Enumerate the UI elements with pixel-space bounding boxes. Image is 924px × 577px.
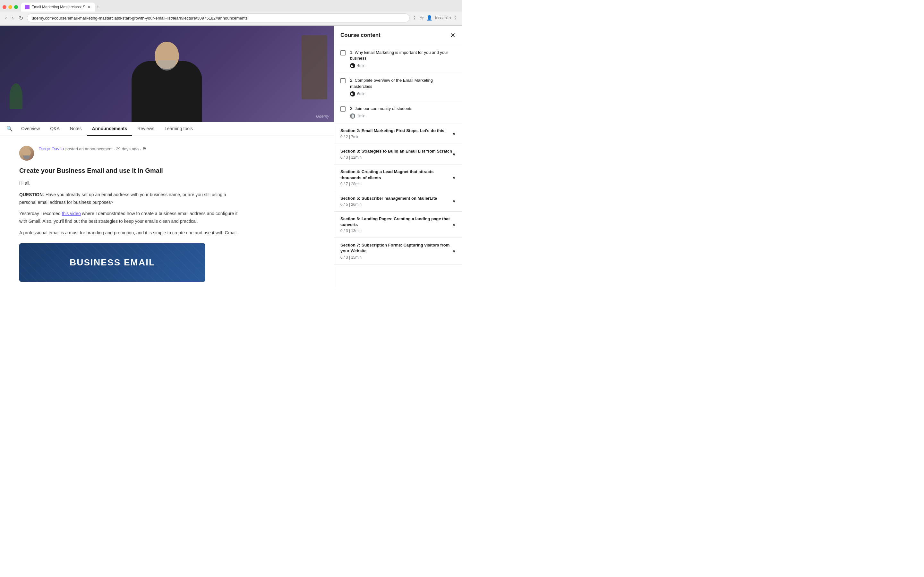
close-window-dot[interactable] — [3, 5, 6, 9]
search-tab-button[interactable]: 🔍 — [3, 122, 16, 135]
section-duration: 7min — [351, 135, 359, 139]
tab-close-button[interactable]: ✕ — [87, 5, 91, 10]
page-content: Diego Davila posted an announcement · 29… — [0, 136, 334, 288]
tabs-navigation: 🔍 Overview Q&A Notes Announcements Revie… — [0, 122, 334, 136]
back-button[interactable]: ‹ — [4, 15, 8, 21]
section-info: Section 6: Landing Pages: Creating a lan… — [341, 216, 452, 233]
video-player[interactable]: Udemy — [0, 26, 334, 122]
chevron-down-icon: ∨ — [452, 175, 456, 180]
question-text: Have you already set up an email address… — [19, 192, 226, 205]
video-background: Udemy — [0, 26, 334, 122]
section-3-header[interactable]: Section 3: Strategies to Build an Email … — [334, 144, 462, 164]
lecture-info: 3. Join our community of students 📄 1min — [350, 106, 456, 119]
section-info: Section 5: Subscriber management on Mail… — [341, 195, 452, 207]
lecture-info: 1. Why Email Marketing is important for … — [350, 50, 456, 68]
body-intro: Hi all, — [19, 179, 244, 187]
tab-reviews[interactable]: Reviews — [132, 122, 160, 136]
lecture-meta: ▶ 4min — [350, 63, 456, 68]
forward-button[interactable]: › — [11, 15, 15, 21]
tab-notes[interactable]: Notes — [65, 122, 87, 136]
avatar-image — [19, 146, 34, 161]
main-layout: Udemy 🔍 Overview Q&A Notes Announcements… — [0, 26, 462, 288]
flag-button[interactable]: ⚑ — [142, 146, 147, 151]
section-title: Section 7: Subscription Forms: Capturing… — [341, 242, 452, 254]
section-6-header[interactable]: Section 6: Landing Pages: Creating a lan… — [334, 211, 462, 238]
section-info: Section 3: Strategies to Build an Email … — [341, 148, 452, 160]
section-duration: 12min — [351, 155, 362, 160]
section-progress: 0 / 3 — [341, 255, 348, 259]
section-2-header[interactable]: Section 2: Email Marketing: First Steps.… — [334, 123, 462, 144]
body-recorded-text: Yesterday I recorded — [19, 211, 62, 216]
document-icon: 📄 — [350, 113, 355, 119]
new-tab-button[interactable]: + — [96, 4, 100, 11]
section-4-header[interactable]: Section 4: Creating a Lead Magnet that a… — [334, 164, 462, 191]
chevron-down-icon: ∨ — [452, 198, 456, 203]
section-duration: 26min — [351, 202, 362, 207]
lecture-title: 2. Complete overview of the Email Market… — [350, 77, 456, 89]
browser-actions: ⋮ ☆ 👤 Incognito ⋮ — [412, 15, 458, 21]
reload-button[interactable]: ↻ — [18, 15, 24, 22]
lecture-title: 3. Join our community of students — [350, 106, 456, 111]
section-title: Section 6: Landing Pages: Creating a lan… — [341, 216, 452, 227]
section-meta: 0 / 3 | 12min — [341, 155, 452, 160]
url-input[interactable] — [27, 13, 410, 23]
section-info: Section 2: Email Marketing: First Steps.… — [341, 128, 452, 139]
announcement-post: Diego Davila posted an announcement · 29… — [19, 146, 244, 282]
section-duration: 13min — [351, 229, 362, 233]
minimize-window-dot[interactable] — [8, 5, 12, 9]
chevron-down-icon: ∨ — [452, 152, 456, 157]
section-5-header[interactable]: Section 5: Subscriber management on Mail… — [334, 191, 462, 211]
question-label: QUESTION: — [19, 192, 44, 197]
bookshelf-decor — [302, 35, 327, 99]
chevron-down-icon: ∨ — [452, 131, 456, 136]
play-icon: ▶ — [350, 91, 355, 97]
body-question-paragraph: QUESTION: Have you already set up an ema… — [19, 191, 244, 206]
lecture-duration: 1min — [357, 114, 365, 118]
search-icon: 🔍 — [6, 126, 13, 131]
section-progress: 0 / 3 — [341, 155, 348, 160]
lecture-checkbox[interactable] — [341, 78, 346, 83]
lecture-duration: 4min — [357, 63, 365, 68]
section-progress: 0 / 3 — [341, 229, 348, 233]
tab-learning-tools[interactable]: Learning tools — [160, 122, 198, 136]
author-link[interactable]: Diego Davila — [39, 146, 64, 151]
tab-overview[interactable]: Overview — [16, 122, 45, 136]
close-sidebar-button[interactable]: ✕ — [450, 31, 456, 39]
tab-title: Email Marketing Masterclass: S — [31, 5, 86, 9]
plant-decor — [10, 83, 23, 109]
post-meta: Diego Davila posted an announcement · 29… — [39, 146, 244, 152]
maximize-window-dot[interactable] — [14, 5, 18, 9]
section-progress: 0 / 2 — [341, 135, 348, 139]
section-title: Section 2: Email Marketing: First Steps.… — [341, 128, 452, 134]
lecture-item[interactable]: 3. Join our community of students 📄 1min — [334, 101, 462, 123]
bookmark-button[interactable]: ☆ — [420, 15, 424, 21]
tab-announcements[interactable]: Announcements — [87, 122, 132, 136]
tab-qa[interactable]: Q&A — [45, 122, 65, 136]
section-progress: 0 / 5 — [341, 202, 348, 207]
window-controls — [3, 5, 18, 9]
address-bar: ‹ › ↻ ⋮ ☆ 👤 Incognito ⋮ — [0, 11, 462, 24]
chevron-down-icon: ∨ — [452, 222, 456, 227]
menu-button[interactable]: ⋮ — [453, 15, 458, 21]
section-7-header[interactable]: Section 7: Subscription Forms: Capturing… — [334, 238, 462, 264]
course-sidebar: Course content ✕ 1. Why Email Marketing … — [334, 26, 462, 288]
extensions-button[interactable]: ⋮ — [412, 15, 417, 21]
browser-chrome: Email Marketing Masterclass: S ✕ + ‹ › ↻… — [0, 0, 462, 26]
chevron-down-icon: ∨ — [452, 248, 456, 253]
lecture-checkbox[interactable] — [341, 106, 346, 111]
section-meta: 0 / 3 | 13min — [341, 229, 452, 233]
incognito-label: Incognito — [435, 16, 451, 20]
lecture-meta: 📄 1min — [350, 113, 456, 119]
lecture-item[interactable]: 2. Complete overview of the Email Market… — [334, 73, 462, 101]
section-info: Section 7: Subscription Forms: Capturing… — [341, 242, 452, 259]
video-link[interactable]: this video — [62, 211, 81, 216]
section-meta: 0 / 5 | 26min — [341, 202, 452, 207]
lecture-item[interactable]: 1. Why Email Marketing is important for … — [334, 45, 462, 73]
browser-tab[interactable]: Email Marketing Masterclass: S ✕ — [21, 3, 95, 11]
video-watermark: Udemy — [316, 114, 329, 119]
lecture-checkbox[interactable] — [341, 50, 346, 55]
profile-button[interactable]: 👤 — [426, 15, 433, 21]
author-line: Diego Davila posted an announcement · 29… — [39, 146, 244, 152]
section-meta: 0 / 7 | 28min — [341, 182, 452, 186]
instructor-silhouette — [122, 39, 212, 122]
